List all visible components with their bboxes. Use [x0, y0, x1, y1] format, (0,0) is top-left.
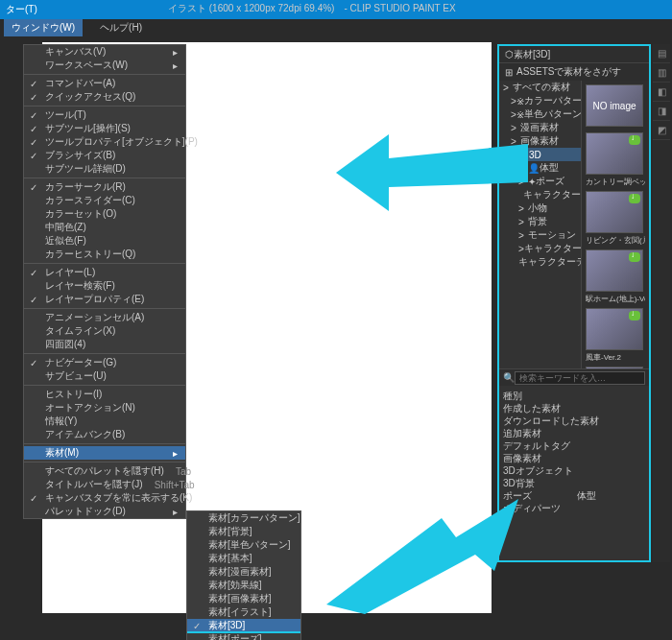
window-menu-item[interactable]: 近似色(F) [24, 234, 185, 248]
material-search-bar: 🔍 [499, 368, 649, 386]
tree-node-label: すべての素材 [513, 81, 570, 94]
tag-item[interactable]: 体型 [577, 489, 645, 502]
tag-item[interactable]: 作成した素材 [503, 402, 645, 415]
material-thumbnail[interactable]: リビング・玄関(戸建1) [586, 191, 645, 246]
tag-item[interactable]: 追加素材 [503, 427, 645, 439]
window-menu-item[interactable]: カラースライダー(C) [24, 194, 185, 207]
window-menu-item[interactable]: オートアクション(N) [24, 401, 185, 415]
material-thumbnail[interactable]: 教室廊下01-Ver.2 [586, 367, 645, 368]
menu-item-label: レイヤー検索(F) [45, 279, 115, 293]
assets-search-bar[interactable]: ⊞ ASSETSで素材をさがす [499, 63, 649, 81]
menu-item-label: ブラシサイズ(B) [45, 149, 115, 162]
tree-node[interactable]: キャラクター [499, 188, 581, 201]
material-submenu-item[interactable]: 素材[基本] [187, 552, 300, 565]
menu-window[interactable]: ウィンドウ(W) [4, 19, 83, 36]
menu-item-label: 中間色(Z) [45, 221, 86, 234]
window-menu-item[interactable]: キャンバス(V)▸ [24, 45, 185, 59]
tree-node[interactable]: >✦ ポーズ [499, 175, 581, 188]
material-submenu-item[interactable]: 素材[効果線] [187, 579, 300, 592]
window-menu-item[interactable]: ✓ツール(T) [24, 108, 185, 122]
strip-icon[interactable]: ▥ [653, 63, 670, 83]
window-menu-item[interactable]: すべてのパレットを隠す(H)Tab [24, 464, 185, 478]
tag-item[interactable]: デフォルトタグ [503, 439, 645, 452]
window-menu-item[interactable]: カラーセット(O) [24, 207, 185, 221]
menu-help[interactable]: ヘルプ(H) [92, 19, 150, 36]
window-menu-item[interactable]: 素材(M)▸ [24, 446, 185, 460]
window-menu-item[interactable]: ヒストリー(I) [24, 388, 185, 401]
material-submenu-item[interactable]: 素材[画像素材] [187, 592, 300, 605]
material-submenu-item[interactable]: 素材[背景] [187, 525, 300, 538]
window-menu-item[interactable]: ✓サブツール[操作](S) [24, 122, 185, 135]
menu-item-label: カラースライダー(C) [45, 194, 135, 207]
window-menu-item[interactable]: 情報(Y) [24, 415, 185, 428]
strip-icon[interactable]: ▤ [653, 44, 670, 63]
window-menu-item[interactable]: ワークスペース(W)▸ [24, 59, 185, 72]
window-menu-item[interactable]: カラーヒストリー(Q) [24, 248, 185, 261]
tag-item[interactable]: ダウンロードした素材 [503, 415, 645, 427]
tree-node-label: カラーパターン [524, 94, 581, 107]
window-menu-item[interactable]: アニメーションセル(A) [24, 311, 185, 324]
window-menu-item[interactable]: タイトルバーを隠す(J)Shift+Tab [24, 478, 185, 491]
window-menu-item[interactable]: 中間色(Z) [24, 221, 185, 234]
chevron-right-icon: ▸ [161, 47, 178, 58]
tree-node[interactable]: >※ 単色パターン [499, 107, 581, 121]
menu-item-label: アイテムバンク(B) [45, 428, 125, 441]
window-menu-item[interactable]: ✓レイヤープロパティ(E) [24, 293, 185, 306]
material-thumbnail[interactable]: NO image [586, 84, 645, 129]
window-menu-item[interactable]: ✓クイックアクセス(Q) [24, 90, 185, 104]
strip-icon[interactable]: ◧ [653, 83, 670, 102]
tree-node[interactable]: キャラクターデ… [499, 255, 581, 269]
material-search-input[interactable] [515, 371, 645, 385]
window-menu-item[interactable]: 四面図(4) [24, 338, 185, 351]
material-submenu-item[interactable]: 素材[イラスト] [187, 605, 300, 619]
strip-icon[interactable]: ◩ [653, 121, 670, 140]
tree-node[interactable]: >小物 [499, 201, 581, 215]
material-thumbnails: NO imageカントリー調ベッド1リビング・玄関(戸建1)駅ホーム(地上)-V… [582, 81, 649, 368]
window-menu-item[interactable]: サブビュー(U) [24, 369, 185, 383]
window-menu-item[interactable]: パレットドック(D)▸ [24, 505, 185, 518]
window-menu-item[interactable]: サブツール詳細(D) [24, 162, 185, 176]
assets-icon: ⊞ [505, 67, 513, 78]
tree-expand-icon: > [518, 203, 528, 214]
window-menu-item[interactable]: ✓キャンバスタブを常に表示する(K) [24, 491, 185, 505]
window-menu-item[interactable]: レイヤー検索(F) [24, 279, 185, 293]
window-menu-item[interactable]: ✓レイヤー(L) [24, 266, 185, 279]
tag-item[interactable]: 3D背景 [503, 477, 645, 489]
document-info: イラスト (1600 x 1200px 72dpi 69.4%) - CLIP … [168, 2, 456, 15]
material-submenu-item[interactable]: 素材[ポーズ] [187, 632, 300, 640]
thumbnail-label: 風車-Ver.2 [586, 352, 645, 363]
tree-node[interactable]: >モーション [499, 228, 581, 242]
material-submenu-item[interactable]: 素材[単色パターン] [187, 538, 300, 552]
tag-item[interactable]: ポーズ [503, 489, 571, 502]
tree-node[interactable]: >すべての素材 [499, 81, 581, 94]
tag-item[interactable]: 画像素材 [503, 452, 645, 464]
tree-node[interactable]: ⌄⬡ 3D [499, 148, 581, 161]
material-thumbnail[interactable]: 風車-Ver.2 [586, 308, 645, 363]
window-menu-item[interactable]: ✓ツールプロパティ[オブジェクト](P) [24, 135, 185, 149]
window-menu-item[interactable]: ✓ナビゲーター(G) [24, 356, 185, 369]
window-menu-item[interactable]: タイムライン(X) [24, 324, 185, 338]
tree-node[interactable]: >画像素材 [499, 134, 581, 148]
window-menu-dropdown: キャンバス(V)▸ワークスペース(W)▸✓コマンドバー(A)✓クイックアクセス(… [23, 44, 186, 519]
menu-item-label: すべてのパレットを隠す(H) [45, 464, 164, 478]
material-thumbnail[interactable]: カントリー調ベッド1 [586, 132, 645, 187]
tag-item[interactable]: ボディパーツ [503, 502, 645, 514]
material-thumbnail[interactable]: 駅ホーム(地上)-Ver.2 [586, 249, 645, 304]
tree-node[interactable]: >キャラクター… [499, 242, 581, 255]
tree-node[interactable]: >漫画素材 [499, 121, 581, 134]
window-menu-item[interactable]: ✓ブラシサイズ(B) [24, 149, 185, 162]
strip-icon[interactable]: ◨ [653, 102, 670, 121]
material-submenu-item[interactable]: 素材[漫画素材] [187, 565, 300, 579]
tree-node[interactable]: >背景 [499, 215, 581, 228]
material-submenu-item[interactable]: 素材[カラーパターン] [187, 511, 300, 525]
window-menu-item[interactable]: ✓カラーサークル(R) [24, 180, 185, 194]
window-menu-item[interactable]: アイテムバンク(B) [24, 428, 185, 441]
thumbnail-label: カントリー調ベッド1 [586, 177, 645, 187]
chevron-right-icon: ▸ [161, 60, 178, 71]
tag-item[interactable]: 3Dオブジェクト [503, 464, 645, 477]
menu-item-label: サブツール[操作](S) [45, 122, 131, 135]
tree-node[interactable]: >※ カラーパターン [499, 94, 581, 107]
tree-node[interactable]: 👤 体型 [499, 161, 581, 175]
material-submenu-item[interactable]: ✓素材[3D] [187, 619, 300, 632]
window-menu-item[interactable]: ✓コマンドバー(A) [24, 77, 185, 90]
